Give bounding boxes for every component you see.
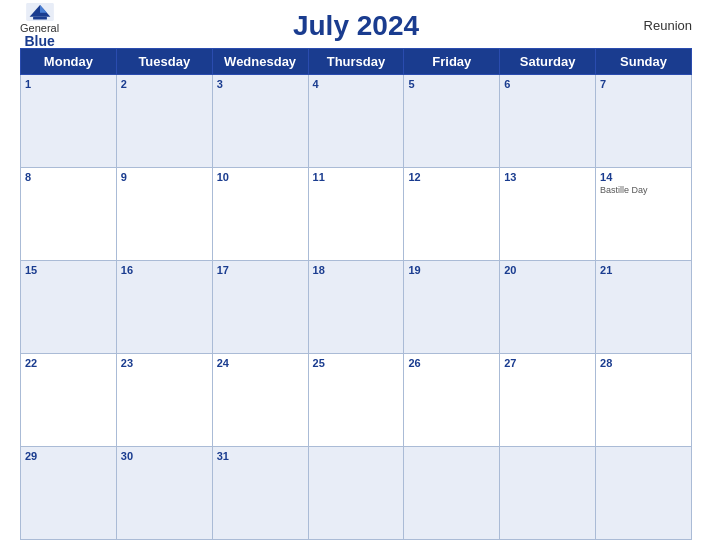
day-number: 25 bbox=[313, 357, 400, 369]
calendar-cell: 18 bbox=[308, 261, 404, 354]
calendar-cell: 16 bbox=[116, 261, 212, 354]
day-number: 9 bbox=[121, 171, 208, 183]
calendar-cell: 14Bastille Day bbox=[596, 168, 692, 261]
day-number: 15 bbox=[25, 264, 112, 276]
calendar-week-row: 15161718192021 bbox=[21, 261, 692, 354]
day-number: 6 bbox=[504, 78, 591, 90]
calendar-cell: 19 bbox=[404, 261, 500, 354]
calendar-cell: 21 bbox=[596, 261, 692, 354]
day-number: 24 bbox=[217, 357, 304, 369]
calendar-week-row: 1234567 bbox=[21, 75, 692, 168]
day-number: 18 bbox=[313, 264, 400, 276]
day-number: 30 bbox=[121, 450, 208, 462]
calendar-cell: 6 bbox=[500, 75, 596, 168]
svg-rect-3 bbox=[33, 17, 47, 20]
header-sunday: Sunday bbox=[596, 49, 692, 75]
calendar-cell: 30 bbox=[116, 447, 212, 540]
calendar-cell: 2 bbox=[116, 75, 212, 168]
day-number: 19 bbox=[408, 264, 495, 276]
calendar-cell: 1 bbox=[21, 75, 117, 168]
calendar-cell: 5 bbox=[404, 75, 500, 168]
day-number: 22 bbox=[25, 357, 112, 369]
calendar-cell: 23 bbox=[116, 354, 212, 447]
region-label: Reunion bbox=[644, 18, 692, 33]
day-number: 29 bbox=[25, 450, 112, 462]
day-number: 16 bbox=[121, 264, 208, 276]
day-number: 27 bbox=[504, 357, 591, 369]
calendar-cell: 28 bbox=[596, 354, 692, 447]
calendar-cell: 8 bbox=[21, 168, 117, 261]
calendar-cell: 26 bbox=[404, 354, 500, 447]
day-number: 13 bbox=[504, 171, 591, 183]
event-label: Bastille Day bbox=[600, 185, 687, 195]
day-number: 28 bbox=[600, 357, 687, 369]
calendar-cell bbox=[500, 447, 596, 540]
calendar-cell: 24 bbox=[212, 354, 308, 447]
day-number: 20 bbox=[504, 264, 591, 276]
day-number: 12 bbox=[408, 171, 495, 183]
day-number: 8 bbox=[25, 171, 112, 183]
calendar-cell: 3 bbox=[212, 75, 308, 168]
day-number: 21 bbox=[600, 264, 687, 276]
calendar-cell: 4 bbox=[308, 75, 404, 168]
header-tuesday: Tuesday bbox=[116, 49, 212, 75]
calendar-week-row: 293031 bbox=[21, 447, 692, 540]
calendar-cell: 11 bbox=[308, 168, 404, 261]
calendar-cell: 31 bbox=[212, 447, 308, 540]
day-number: 10 bbox=[217, 171, 304, 183]
day-number: 2 bbox=[121, 78, 208, 90]
day-number: 4 bbox=[313, 78, 400, 90]
calendar-cell: 29 bbox=[21, 447, 117, 540]
header-thursday: Thursday bbox=[308, 49, 404, 75]
header-wednesday: Wednesday bbox=[212, 49, 308, 75]
calendar-cell bbox=[596, 447, 692, 540]
calendar-table: Monday Tuesday Wednesday Thursday Friday… bbox=[20, 48, 692, 540]
calendar-cell bbox=[404, 447, 500, 540]
day-number: 3 bbox=[217, 78, 304, 90]
day-number: 23 bbox=[121, 357, 208, 369]
calendar-cell: 27 bbox=[500, 354, 596, 447]
calendar-cell bbox=[308, 447, 404, 540]
calendar-cell: 9 bbox=[116, 168, 212, 261]
calendar-cell: 12 bbox=[404, 168, 500, 261]
day-number: 14 bbox=[600, 171, 687, 183]
calendar-cell: 17 bbox=[212, 261, 308, 354]
logo: General Blue bbox=[20, 3, 59, 49]
logo-icon bbox=[26, 3, 54, 21]
calendar-cell: 15 bbox=[21, 261, 117, 354]
calendar-week-row: 891011121314Bastille Day bbox=[21, 168, 692, 261]
day-number: 5 bbox=[408, 78, 495, 90]
calendar-title: July 2024 bbox=[293, 10, 419, 42]
calendar-cell: 13 bbox=[500, 168, 596, 261]
day-number: 31 bbox=[217, 450, 304, 462]
day-number: 1 bbox=[25, 78, 112, 90]
day-number: 11 bbox=[313, 171, 400, 183]
day-number: 7 bbox=[600, 78, 687, 90]
calendar-week-row: 22232425262728 bbox=[21, 354, 692, 447]
calendar-header: General Blue July 2024 Reunion bbox=[20, 10, 692, 42]
calendar-cell: 22 bbox=[21, 354, 117, 447]
calendar-cell: 20 bbox=[500, 261, 596, 354]
header-saturday: Saturday bbox=[500, 49, 596, 75]
logo-blue-text: Blue bbox=[24, 34, 54, 49]
calendar-cell: 7 bbox=[596, 75, 692, 168]
header-monday: Monday bbox=[21, 49, 117, 75]
day-number: 26 bbox=[408, 357, 495, 369]
day-number: 17 bbox=[217, 264, 304, 276]
calendar-cell: 25 bbox=[308, 354, 404, 447]
header-friday: Friday bbox=[404, 49, 500, 75]
weekday-header-row: Monday Tuesday Wednesday Thursday Friday… bbox=[21, 49, 692, 75]
calendar-cell: 10 bbox=[212, 168, 308, 261]
